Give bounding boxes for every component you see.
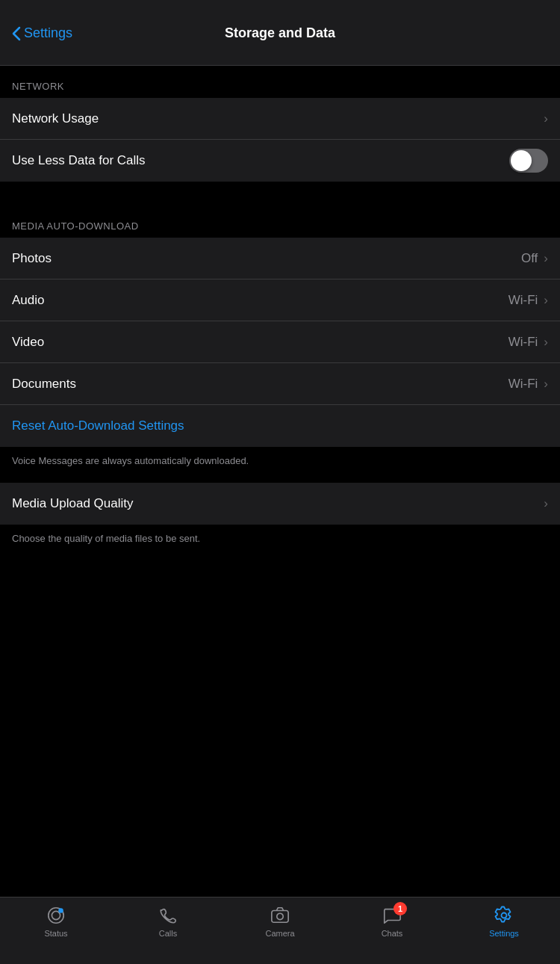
tab-camera[interactable]: Camera bbox=[224, 905, 336, 938]
media-upload-list-group: Media Upload Quality › bbox=[0, 483, 560, 525]
calls-tab-icon bbox=[158, 906, 178, 925]
back-button[interactable]: Settings bbox=[12, 25, 72, 41]
documents-right: Wi-Fi › bbox=[508, 377, 548, 392]
camera-tab-label: Camera bbox=[265, 929, 294, 938]
chats-icon: 1 bbox=[382, 905, 402, 926]
photos-label: Photos bbox=[12, 251, 52, 266]
video-label: Video bbox=[12, 335, 44, 350]
calls-icon bbox=[158, 905, 178, 926]
spacer-1 bbox=[0, 182, 560, 206]
chevron-icon: › bbox=[544, 496, 548, 511]
reset-auto-download-label: Reset Auto-Download Settings bbox=[12, 418, 184, 433]
audio-label: Audio bbox=[12, 293, 44, 308]
network-list-group: Network Usage › Use Less Data for Calls bbox=[0, 98, 560, 182]
toggle-knob bbox=[511, 150, 532, 171]
media-auto-download-footer: Voice Messages are always automatically … bbox=[0, 447, 560, 483]
settings-tab-icon bbox=[494, 905, 514, 926]
use-less-data-label: Use Less Data for Calls bbox=[12, 153, 146, 168]
photos-value: Off bbox=[521, 251, 538, 266]
photos-right: Off › bbox=[521, 251, 548, 266]
photos-item[interactable]: Photos Off › bbox=[0, 238, 560, 279]
chevron-icon: › bbox=[544, 251, 548, 266]
tab-bar: Status Calls Camera 1 Chats bbox=[0, 897, 560, 964]
settings-icon bbox=[494, 905, 514, 926]
tab-status[interactable]: Status bbox=[0, 905, 112, 938]
use-less-data-right bbox=[509, 149, 548, 173]
media-upload-quality-label: Media Upload Quality bbox=[12, 496, 134, 511]
calls-tab-label: Calls bbox=[159, 929, 177, 938]
audio-right: Wi-Fi › bbox=[508, 293, 548, 308]
svg-point-2 bbox=[58, 908, 63, 913]
status-tab-label: Status bbox=[44, 929, 67, 938]
tab-chats[interactable]: 1 Chats bbox=[336, 905, 448, 938]
media-upload-footer: Choose the quality of media files to be … bbox=[0, 525, 560, 560]
chats-tab-label: Chats bbox=[382, 929, 403, 938]
network-usage-item[interactable]: Network Usage › bbox=[0, 98, 560, 140]
use-less-data-toggle[interactable] bbox=[509, 149, 548, 173]
network-usage-right: › bbox=[544, 111, 548, 126]
video-right: Wi-Fi › bbox=[508, 335, 548, 350]
chevron-icon: › bbox=[544, 111, 548, 126]
media-upload-quality-item[interactable]: Media Upload Quality › bbox=[0, 483, 560, 525]
camera-icon bbox=[270, 905, 290, 926]
chevron-icon: › bbox=[544, 335, 548, 350]
chats-badge: 1 bbox=[393, 902, 407, 915]
documents-label: Documents bbox=[12, 377, 76, 392]
media-auto-download-section-label: MEDIA AUTO-DOWNLOAD bbox=[0, 206, 560, 238]
reset-auto-download-item[interactable]: Reset Auto-Download Settings bbox=[0, 405, 560, 447]
audio-value: Wi-Fi bbox=[508, 293, 538, 308]
svg-point-4 bbox=[277, 913, 283, 919]
back-label: Settings bbox=[24, 25, 72, 41]
video-item[interactable]: Video Wi-Fi › bbox=[0, 321, 560, 363]
header: Settings Storage and Data bbox=[0, 0, 560, 66]
page-content: Settings Storage and Data NETWORK Networ… bbox=[0, 0, 560, 628]
audio-item[interactable]: Audio Wi-Fi › bbox=[0, 279, 560, 321]
settings-tab-label: Settings bbox=[489, 929, 519, 938]
use-less-data-item: Use Less Data for Calls bbox=[0, 140, 560, 182]
camera-tab-icon bbox=[270, 906, 290, 925]
network-section-label: NETWORK bbox=[0, 66, 560, 98]
tab-settings[interactable]: Settings bbox=[448, 905, 560, 938]
documents-item[interactable]: Documents Wi-Fi › bbox=[0, 363, 560, 405]
chevron-icon: › bbox=[544, 293, 548, 308]
chevron-icon: › bbox=[544, 377, 548, 392]
status-icon bbox=[46, 905, 66, 926]
tab-calls[interactable]: Calls bbox=[112, 905, 224, 938]
svg-rect-3 bbox=[272, 911, 288, 923]
media-auto-download-list-group: Photos Off › Audio Wi-Fi › Video Wi-Fi ›… bbox=[0, 238, 560, 447]
status-tab-icon bbox=[46, 906, 66, 925]
back-chevron-icon bbox=[12, 26, 21, 41]
page-title: Storage and Data bbox=[225, 25, 335, 41]
video-value: Wi-Fi bbox=[508, 335, 538, 350]
documents-value: Wi-Fi bbox=[508, 377, 538, 392]
svg-point-1 bbox=[52, 911, 60, 919]
network-usage-label: Network Usage bbox=[12, 111, 99, 126]
media-upload-quality-right: › bbox=[544, 496, 548, 511]
svg-point-5 bbox=[502, 913, 507, 918]
